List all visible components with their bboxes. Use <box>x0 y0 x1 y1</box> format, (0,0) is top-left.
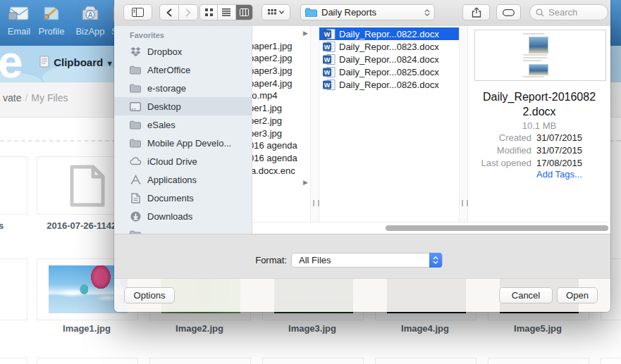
file-card-partial[interactable] <box>488 358 589 364</box>
file-row-selected[interactable]: W Daily_Repor...0822.docx <box>319 27 459 40</box>
file-row[interactable]: paper1.jpg <box>252 40 310 53</box>
document-preview-thumbnail <box>474 30 606 81</box>
search-input[interactable] <box>547 6 606 18</box>
sidebar-item-dropbox[interactable]: Dropbox <box>114 42 252 61</box>
sidebar-item-label: e-storage <box>147 83 186 94</box>
sidebar-item-desktop[interactable]: Desktop <box>114 97 252 115</box>
file-name: Daily_Repor...0825.docx <box>339 67 439 77</box>
sidebar-item-afteroffice[interactable]: AfterOffice <box>114 61 252 79</box>
share-button[interactable] <box>462 4 490 20</box>
tag-button[interactable] <box>496 4 521 20</box>
file-card-label: s <box>0 220 13 231</box>
file-browser: Favorites Dropbox AfterOffice e-storage … <box>114 26 610 234</box>
search-field[interactable] <box>529 4 608 20</box>
image-card-label: Image2.jpg <box>149 323 250 334</box>
open-button[interactable]: Open <box>557 287 598 303</box>
file-row[interactable]: la.docx.enc <box>252 165 310 177</box>
add-tags-link[interactable]: Add Tags... <box>536 169 582 180</box>
arrange-menu-button[interactable] <box>262 4 290 20</box>
sidebar-item-label: Desktop <box>147 101 181 112</box>
forward-button[interactable] <box>178 5 197 20</box>
file-row[interactable]: 016 agenda <box>252 139 310 152</box>
view-switcher <box>199 4 253 20</box>
svg-text:W: W <box>324 44 331 51</box>
file-row[interactable]: per1.jpg <box>252 102 310 115</box>
dropbox-icon <box>129 46 142 58</box>
file-row[interactable]: paper3.jpg <box>252 65 310 77</box>
file-name: paper1.jpg <box>252 40 292 53</box>
chevron-right-icon <box>185 8 191 17</box>
clipboard-icon <box>39 55 51 69</box>
column-divider[interactable] <box>310 26 319 222</box>
folder-icon <box>129 119 142 131</box>
options-button[interactable]: Options <box>124 287 175 303</box>
svg-text:W: W <box>324 69 331 76</box>
cancel-button[interactable]: Cancel <box>499 287 553 303</box>
word-doc-icon: W <box>323 42 336 52</box>
meta-label: Last opened <box>468 158 531 168</box>
sidebar-item-downloads[interactable]: Downloads <box>114 207 252 225</box>
file-row-folder[interactable]: ▶ <box>252 27 310 40</box>
back-button[interactable] <box>160 5 178 20</box>
app-shortcut-profile[interactable]: Profile <box>36 3 67 37</box>
meta-row-created: Created 31/07/2015 <box>468 132 610 145</box>
file-card-partial[interactable] <box>601 358 621 364</box>
scrollbar-thumb[interactable] <box>386 225 608 231</box>
sidebar-toggle-button[interactable] <box>123 4 152 20</box>
file-card-partial[interactable] <box>149 358 251 364</box>
preview-file-size: 10.1 MB <box>468 120 610 131</box>
chevron-down-icon <box>279 11 284 14</box>
file-row[interactable]: W Daily_Repor...0823.docx <box>319 40 459 53</box>
column-divider[interactable] <box>459 26 468 222</box>
file-row[interactable]: W Daily_Repor...0824.docx <box>319 53 459 65</box>
format-value: All Files <box>299 255 331 265</box>
sidebar-item-partial[interactable] <box>114 225 252 234</box>
list-view-button[interactable] <box>217 5 235 20</box>
icon-view-button[interactable] <box>200 5 217 20</box>
file-row[interactable]: per3.jpg <box>252 127 310 140</box>
file-name: Daily_Repor...0823.docx <box>339 42 439 52</box>
location-popup[interactable]: Daily Reports <box>300 4 435 20</box>
file-card-partial[interactable] <box>37 358 138 364</box>
clipboard-menu[interactable]: Clipboard ▼ <box>39 55 113 73</box>
file-name: per2.jpg <box>252 115 282 127</box>
file-row[interactable]: 016 agenda <box>252 152 310 165</box>
file-row-folder[interactable]: ▶ <box>252 177 310 189</box>
file-row[interactable]: per2.jpg <box>252 115 310 127</box>
sidebar-item-mobile-app[interactable]: Mobile App Develo... <box>114 134 252 152</box>
meta-label: Modified <box>468 145 531 156</box>
file-row[interactable]: paper2.jpg <box>252 52 310 65</box>
app-shortcut-email[interactable]: Email <box>4 3 35 37</box>
sidebar-item-applications[interactable]: Applications <box>114 170 252 189</box>
sidebar-item-esales[interactable]: eSales <box>114 115 252 134</box>
file-card-partial[interactable] <box>375 358 476 364</box>
sidebar-item-estorage[interactable]: e-storage <box>114 79 252 97</box>
horizontal-scrollbar[interactable] <box>252 222 610 234</box>
sidebar-item-icloud[interactable]: iCloud Drive <box>114 152 252 170</box>
sidebar-item-label: Documents <box>147 193 194 203</box>
share-icon <box>472 7 481 18</box>
column-resize-handle[interactable] <box>462 200 468 206</box>
grid-view-icon <box>205 8 213 16</box>
file-name: Daily_Repor...0826.docx <box>339 80 439 90</box>
column-view-button[interactable] <box>235 5 252 20</box>
file-card-partial[interactable] <box>262 358 364 364</box>
breadcrumb: vate/My Files <box>3 92 68 103</box>
file-name: Daily_Repor...0824.docx <box>339 54 439 65</box>
app-shortcut-bizapp[interactable]: A BizApp <box>75 3 106 37</box>
sidebar-item-label: AfterOffice <box>147 65 190 75</box>
file-row[interactable]: W Daily_Repor...0826.docx <box>319 79 459 92</box>
bizapp-app-icon: A <box>78 3 102 24</box>
file-name: paper4.jpg <box>252 77 292 90</box>
file-row[interactable]: paper4.jpg <box>252 77 310 90</box>
image-card-partial[interactable] <box>0 258 27 320</box>
format-select[interactable]: All Files <box>291 253 443 268</box>
file-row[interactable]: W Daily_Repor...0825.docx <box>319 66 459 79</box>
column-resize-handle[interactable] <box>313 200 319 206</box>
file-name: ro.mp4 <box>252 89 277 102</box>
sidebar-item-documents[interactable]: Documents <box>114 189 252 207</box>
file-card-partial[interactable] <box>0 156 27 215</box>
file-row[interactable]: ro.mp4 <box>252 89 310 102</box>
breadcrumb-section[interactable]: vate <box>3 92 21 103</box>
file-card-partial[interactable] <box>0 358 27 364</box>
